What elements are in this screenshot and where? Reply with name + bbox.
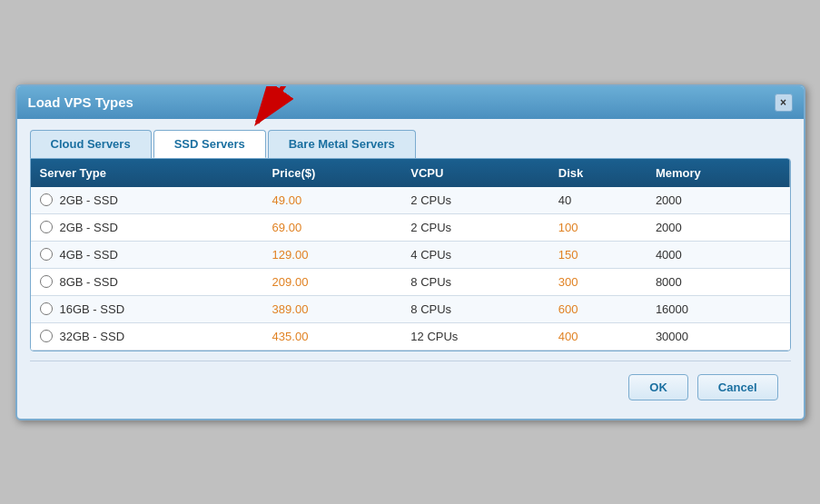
col-header-memory: Memory bbox=[647, 159, 790, 187]
table-row[interactable]: 4GB - SSD129.004 CPUs1504000 bbox=[31, 241, 790, 268]
server-type-label: 8GB - SSD bbox=[60, 275, 118, 289]
server-disk: 100 bbox=[549, 213, 647, 241]
server-price: 129.00 bbox=[263, 241, 402, 268]
server-price: 389.00 bbox=[263, 295, 402, 322]
server-table-wrapper: Server Type Price($) VCPU Disk Memory 2G… bbox=[30, 158, 791, 351]
load-vps-dialog: Load VPS Types × Cloud Servers SSD Serve… bbox=[15, 84, 805, 420]
dialog-titlebar: Load VPS Types × bbox=[17, 86, 804, 119]
server-type-label: 4GB - SSD bbox=[60, 248, 118, 262]
table-row[interactable]: 8GB - SSD209.008 CPUs3008000 bbox=[31, 268, 790, 295]
server-disk: 40 bbox=[549, 187, 647, 214]
server-memory: 4000 bbox=[647, 241, 790, 268]
server-radio[interactable] bbox=[40, 330, 53, 342]
dialog-footer: OK Cancel bbox=[30, 361, 791, 406]
server-memory: 16000 bbox=[647, 295, 790, 322]
table-row[interactable]: 16GB - SSD389.008 CPUs60016000 bbox=[31, 295, 790, 322]
server-vcpu: 8 CPUs bbox=[401, 295, 548, 322]
server-type-label: 2GB - SSD bbox=[60, 193, 118, 207]
server-disk: 400 bbox=[549, 322, 647, 350]
col-header-price: Price($) bbox=[263, 159, 402, 187]
server-price: 49.00 bbox=[263, 187, 402, 214]
server-disk: 300 bbox=[549, 268, 647, 295]
cancel-button[interactable]: Cancel bbox=[697, 374, 778, 400]
server-vcpu: 12 CPUs bbox=[401, 322, 548, 350]
server-price: 209.00 bbox=[263, 268, 402, 295]
table-row[interactable]: 32GB - SSD435.0012 CPUs40030000 bbox=[31, 322, 790, 350]
ok-button[interactable]: OK bbox=[628, 374, 688, 400]
tab-cloud-servers[interactable]: Cloud Servers bbox=[30, 130, 152, 158]
server-radio[interactable] bbox=[40, 193, 53, 206]
server-vcpu: 8 CPUs bbox=[401, 268, 548, 295]
table-row[interactable]: 2GB - SSD49.002 CPUs402000 bbox=[31, 187, 790, 214]
tab-ssd-servers[interactable]: SSD Servers bbox=[153, 130, 266, 158]
server-table: Server Type Price($) VCPU Disk Memory 2G… bbox=[31, 159, 790, 351]
server-disk: 600 bbox=[549, 295, 647, 322]
server-price: 69.00 bbox=[263, 213, 402, 241]
table-row[interactable]: 2GB - SSD69.002 CPUs1002000 bbox=[31, 213, 790, 241]
col-header-type: Server Type bbox=[31, 159, 263, 187]
server-radio[interactable] bbox=[40, 248, 53, 261]
server-radio[interactable] bbox=[40, 221, 53, 233]
server-type-label: 32GB - SSD bbox=[60, 330, 125, 343]
tab-bar: Cloud Servers SSD Servers Bare Metal Ser… bbox=[30, 130, 791, 158]
server-radio[interactable] bbox=[40, 302, 53, 315]
table-header-row: Server Type Price($) VCPU Disk Memory bbox=[31, 159, 790, 187]
server-memory: 8000 bbox=[647, 268, 790, 295]
close-button[interactable]: × bbox=[775, 94, 793, 112]
server-memory: 2000 bbox=[647, 187, 790, 214]
server-memory: 2000 bbox=[647, 213, 790, 241]
server-disk: 150 bbox=[549, 241, 647, 268]
table-body: 2GB - SSD49.002 CPUs4020002GB - SSD69.00… bbox=[31, 187, 790, 351]
col-header-disk: Disk bbox=[549, 159, 647, 187]
server-type-label: 2GB - SSD bbox=[60, 221, 118, 234]
server-vcpu: 4 CPUs bbox=[401, 241, 548, 268]
server-type-label: 16GB - SSD bbox=[60, 302, 125, 316]
server-radio[interactable] bbox=[40, 275, 53, 288]
col-header-vcpu: VCPU bbox=[401, 159, 548, 187]
dialog-title: Load VPS Types bbox=[28, 94, 133, 110]
dialog-body: Cloud Servers SSD Servers Bare Metal Ser… bbox=[17, 119, 804, 419]
server-price: 435.00 bbox=[263, 322, 402, 350]
tab-bare-metal-servers[interactable]: Bare Metal Servers bbox=[268, 130, 416, 158]
server-memory: 30000 bbox=[647, 322, 790, 350]
server-vcpu: 2 CPUs bbox=[401, 213, 548, 241]
server-vcpu: 2 CPUs bbox=[401, 187, 548, 214]
